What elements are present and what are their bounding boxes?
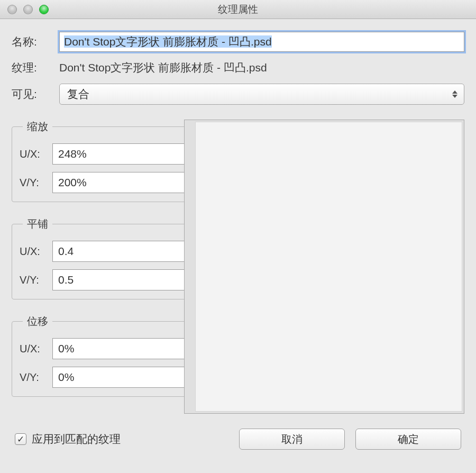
- scale-legend: 缩放: [23, 120, 52, 134]
- window-controls: [0, 5, 49, 14]
- apply-matching-label: 应用到匹配的纹理: [32, 432, 121, 447]
- tile-vy-label: V/Y:: [20, 274, 47, 286]
- tile-vy-input[interactable]: [52, 269, 202, 290]
- scale-vy-label: V/Y:: [20, 177, 47, 189]
- texture-preview: [184, 120, 464, 414]
- name-input[interactable]: Don't Stop文字形状 前膨胀材质 - 凹凸.psd: [59, 32, 464, 52]
- ok-button-label: 确定: [398, 432, 419, 447]
- texture-preview-canvas: [195, 122, 462, 412]
- tile-ux-label: U/X:: [20, 245, 47, 258]
- scale-ux-input[interactable]: [52, 143, 202, 165]
- cancel-button-label: 取消: [281, 432, 303, 447]
- texture-value: Don't Stop文字形状 前膨胀材质 - 凹凸.psd: [59, 59, 464, 76]
- offset-legend: 位移: [23, 314, 52, 329]
- dropdown-arrows-icon: [452, 90, 457, 98]
- cancel-button[interactable]: 取消: [239, 429, 345, 450]
- texture-label: 纹理:: [12, 60, 59, 75]
- scale-vy-input[interactable]: [52, 172, 202, 193]
- ok-button[interactable]: 确定: [355, 429, 461, 450]
- close-window-icon[interactable]: [7, 5, 17, 14]
- titlebar: 纹理属性: [0, 0, 476, 19]
- checkmark-icon: ✓: [17, 435, 24, 444]
- visible-label: 可见:: [12, 87, 59, 102]
- name-label: 名称:: [12, 34, 59, 49]
- offset-ux-input[interactable]: [52, 338, 202, 359]
- dialog-content: 名称: Don't Stop文字形状 前膨胀材质 - 凹凸.psd 纹理: Do…: [0, 19, 476, 459]
- checkbox-box: ✓: [15, 433, 26, 445]
- offset-vy-input[interactable]: [52, 367, 202, 388]
- apply-matching-checkbox[interactable]: ✓ 应用到匹配的纹理: [15, 432, 121, 447]
- offset-vy-label: V/Y:: [20, 371, 47, 384]
- tile-legend: 平铺: [23, 217, 52, 231]
- zoom-window-icon[interactable]: [39, 5, 49, 14]
- tile-ux-input[interactable]: [52, 241, 202, 262]
- visible-dropdown[interactable]: 复合: [59, 84, 464, 105]
- offset-ux-label: U/X:: [20, 343, 47, 355]
- minimize-window-icon[interactable]: [23, 5, 33, 14]
- scale-ux-label: U/X:: [20, 148, 47, 160]
- name-input-text: Don't Stop文字形状 前膨胀材质 - 凹凸.psd: [64, 35, 272, 48]
- window-title: 纹理属性: [0, 3, 476, 16]
- visible-dropdown-value: 复合: [67, 87, 89, 102]
